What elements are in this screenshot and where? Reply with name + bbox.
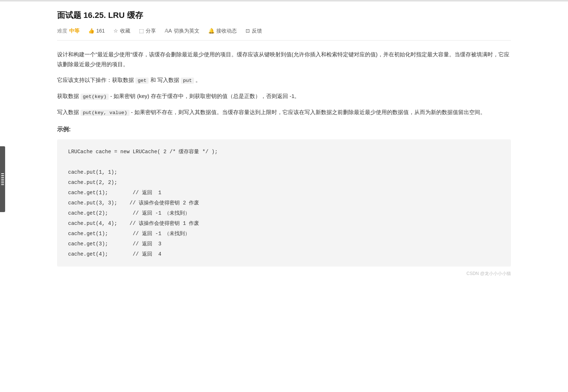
feedback-icon: ⊡ xyxy=(246,27,250,35)
share-label: 分享 xyxy=(146,27,156,35)
likes-count: 161 xyxy=(96,27,105,35)
difficulty-item: 难度 中等 xyxy=(57,27,79,35)
code-line: cache.get(3); // 返回 3 xyxy=(68,239,500,249)
share-item[interactable]: ⬚ 分享 xyxy=(139,27,156,35)
para4-code: put(key, value) xyxy=(81,110,130,116)
switch-lang-label: 切换为英文 xyxy=(174,27,199,35)
para2-prefix: 它应该支持以下操作：获取数据 xyxy=(57,77,135,83)
feedback-label: 反馈 xyxy=(252,27,262,35)
para3-code: get(key) xyxy=(81,94,109,100)
left-bar-line xyxy=(1,181,4,181)
para3-suffix: - 如果密钥 (key) 存在于缓存中，则获取密钥的值（总是正数），否则返回 -… xyxy=(109,93,300,99)
likes-icon: 👍 xyxy=(88,27,94,35)
left-bar-line xyxy=(1,177,4,178)
para4-suffix: - 如果密钥不存在，则写入其数据值。当缓存容量达到上限时，它应该在写入新数据之前… xyxy=(130,109,486,115)
watermark: CSDN @龙小小小小猫 xyxy=(57,270,511,277)
code-line: cache.put(1, 1); xyxy=(68,167,500,177)
translate-icon: 𝔸A xyxy=(165,27,172,35)
left-bar-line xyxy=(1,173,4,174)
bookmark-item[interactable]: ☆ 收藏 xyxy=(113,27,130,35)
bookmark-label: 收藏 xyxy=(120,27,130,35)
feedback-item[interactable]: ⊡ 反馈 xyxy=(246,27,262,35)
left-bar-line xyxy=(1,182,4,183)
problem-title: 面试题 16.25. LRU 缓存 xyxy=(57,9,511,22)
para2-middle: 和 写入数据 xyxy=(149,77,181,83)
bookmark-icon: ☆ xyxy=(113,27,118,35)
share-icon: ⬚ xyxy=(139,27,144,35)
code-line: cache.get(1); // 返回 1 xyxy=(68,188,500,198)
code-line: cache.put(3, 3); // 该操作会使得密钥 2 作废 xyxy=(68,198,500,208)
notification-item[interactable]: 🔔 接收动态 xyxy=(208,27,237,35)
code-line xyxy=(68,157,500,167)
left-bar-line xyxy=(1,184,4,185)
difficulty-value: 中等 xyxy=(69,27,79,35)
difficulty-label: 难度 xyxy=(57,27,67,35)
meta-bar: 难度 中等 👍 161 ☆ 收藏 ⬚ 分享 𝔸A 切换为英文 🔔 接收动态 ⊡ … xyxy=(57,27,511,40)
left-sidebar-bar xyxy=(0,146,5,212)
page-container: 面试题 16.25. LRU 缓存 难度 中等 👍 161 ☆ 收藏 ⬚ 分享 … xyxy=(46,1,522,292)
description-para1: 设计和构建一个"最近最少使用"缓存，该缓存会删除最近最少使用的项目。缓存应该从键… xyxy=(57,49,511,69)
para2-suffix: 。 xyxy=(194,77,201,83)
notification-label: 接收动态 xyxy=(216,27,237,35)
code-line: cache.get(4); // 返回 4 xyxy=(68,249,500,259)
description-para3: 获取数据 get(key) - 如果密钥 (key) 存在于缓存中，则获取密钥的… xyxy=(57,91,511,101)
bell-icon: 🔔 xyxy=(208,27,214,35)
code-line: LRUCache cache = new LRUCache( 2 /* 缓存容量… xyxy=(68,147,500,157)
left-bar-line xyxy=(1,175,4,176)
code-line: cache.get(2); // 返回 -1 （未找到） xyxy=(68,208,500,218)
para2-put-code: put xyxy=(181,78,194,84)
para2-get-code: get xyxy=(135,78,149,84)
description-para2: 它应该支持以下操作：获取数据 get 和 写入数据 put 。 xyxy=(57,75,511,85)
code-line: cache.put(2, 2); xyxy=(68,177,500,188)
code-block: LRUCache cache = new LRUCache( 2 /* 缓存容量… xyxy=(57,139,511,267)
code-line: cache.get(1); // 返回 -1 （未找到） xyxy=(68,229,500,239)
example-title: 示例: xyxy=(57,125,511,134)
switch-lang-item[interactable]: 𝔸A 切换为英文 xyxy=(165,27,199,35)
description-para4: 写入数据 put(key, value) - 如果密钥不存在，则写入其数据值。当… xyxy=(57,107,511,117)
likes-item[interactable]: 👍 161 xyxy=(88,27,105,35)
para3-prefix: 获取数据 xyxy=(57,93,81,99)
para4-prefix: 写入数据 xyxy=(57,109,81,115)
left-bar-line xyxy=(1,179,4,180)
code-line: cache.put(4, 4); // 该操作会使得密钥 1 作废 xyxy=(68,218,500,229)
